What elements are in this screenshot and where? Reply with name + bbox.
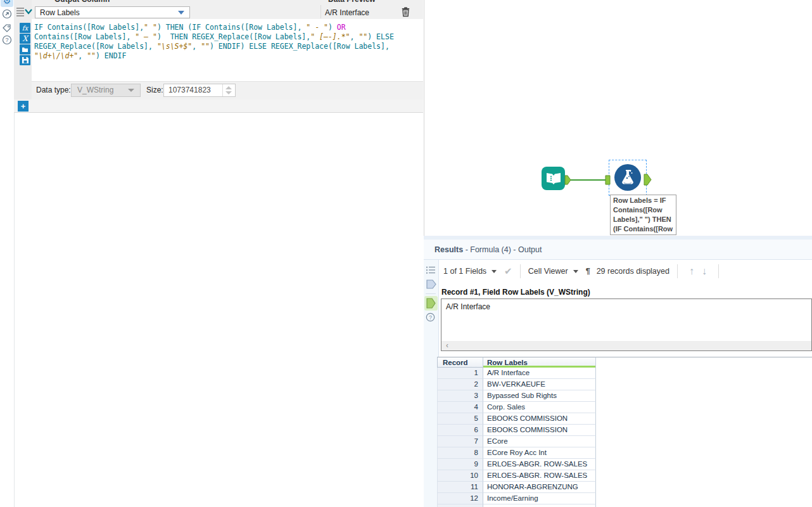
book-icon: [545, 171, 562, 186]
row-label-cell[interactable]: A/R Interface: [483, 368, 596, 379]
row-label-cell[interactable]: [483, 504, 596, 507]
size-input[interactable]: 1073741823: [163, 84, 236, 97]
add-expression-button[interactable]: +: [18, 101, 29, 112]
row-label-cell[interactable]: HONORAR-ABGRENZUNG: [483, 482, 596, 493]
tool-annotation[interactable]: Row Labels = IFContains([RowLabels]," ")…: [610, 195, 676, 235]
apply-check-icon[interactable]: ✔: [504, 266, 512, 277]
row-label-cell[interactable]: Income/Earning: [483, 493, 596, 504]
cell-viewer[interactable]: A/R Interface ‹: [441, 298, 812, 351]
size-label: Size:: [146, 86, 163, 94]
gear-icon[interactable]: ⚙: [1, 0, 13, 7]
functions-button[interactable]: fx: [20, 23, 30, 33]
selected-column-indicator: [483, 366, 595, 368]
data-type-value: V_WString: [77, 86, 113, 94]
drag-handle-icon[interactable]: [16, 8, 24, 15]
row-label-cell[interactable]: EBOOKS COMMISSION: [483, 413, 596, 425]
saved-expressions-button[interactable]: [20, 44, 30, 55]
toolbar-separator: [718, 264, 719, 278]
results-data-table[interactable]: Record Row Labels 1A/R Interface2BW-VERK…: [437, 357, 597, 507]
record-number-cell[interactable]: 12: [437, 493, 483, 504]
formula-code[interactable]: IF Contains([Row Labels]," ") THEN (IF C…: [34, 23, 421, 61]
dropdown-caret-icon: [128, 89, 134, 92]
formula-tool[interactable]: [614, 164, 641, 191]
record-number-cell[interactable]: 6: [437, 425, 483, 436]
record-number-cell[interactable]: 3: [437, 390, 483, 402]
row-label-cell[interactable]: Bypassed Sub Rights: [483, 390, 596, 402]
record-number-cell[interactable]: 1: [437, 368, 483, 379]
row-label-cell[interactable]: ECore Roy Acc Int: [483, 447, 596, 459]
tag-icon[interactable]: [2, 23, 12, 34]
row-label-cell[interactable]: ERLOES-ABGR. ROW-SALES: [483, 470, 596, 482]
record-number-cell[interactable]: [437, 504, 483, 507]
row-labels-column-header[interactable]: Row Labels: [483, 357, 596, 368]
input-anchor[interactable]: [605, 175, 611, 185]
data-type-dropdown[interactable]: V_WString: [71, 84, 141, 97]
table-row[interactable]: 5EBOOKS COMMISSION: [437, 413, 596, 425]
list-view-icon[interactable]: [426, 266, 436, 274]
add-expression-row: [14, 99, 423, 113]
row-label-cell[interactable]: ERLOES-ABGR. ROW-SALES: [483, 459, 596, 470]
cell-viewer-dropdown[interactable]: Cell Viewer: [528, 267, 568, 276]
connection-line[interactable]: [571, 179, 609, 181]
dropdown-caret-icon[interactable]: [492, 270, 497, 273]
whitespace-toggle-icon[interactable]: ¶: [586, 267, 590, 276]
cell-viewer-scrollbar[interactable]: ‹: [441, 341, 811, 350]
table-row[interactable]: 10ERLOES-ABGR. ROW-SALES: [437, 470, 596, 482]
row-label-cell[interactable]: ECore: [483, 436, 596, 447]
dropdown-caret-icon: [178, 11, 184, 15]
output-anchor[interactable]: [644, 174, 652, 186]
table-row[interactable]: 12Income/Earning: [437, 493, 596, 504]
svg-text:?: ?: [5, 37, 8, 43]
record-number-cell[interactable]: 11: [437, 482, 483, 493]
row-label-cell[interactable]: Corp. Sales: [483, 402, 596, 413]
table-row[interactable]: 2BW-VERKAEUFE: [437, 379, 596, 390]
output-anchor-selected[interactable]: [424, 296, 438, 311]
delete-expression-button[interactable]: [401, 6, 411, 17]
data-preview-value: A/R Interface: [325, 8, 369, 17]
spin-up-icon[interactable]: [225, 86, 232, 89]
records-displayed-label: 29 records displayed: [597, 267, 669, 276]
open-external-icon[interactable]: [2, 9, 12, 19]
table-body: 1A/R Interface2BW-VERKAEUFE3Bypassed Sub…: [437, 368, 597, 507]
scroll-down-icon[interactable]: ↓: [702, 266, 707, 277]
size-value: 1073741823: [168, 86, 211, 94]
table-row[interactable]: 1A/R Interface: [437, 368, 596, 379]
scroll-left-icon[interactable]: ‹: [446, 341, 448, 350]
record-column-header[interactable]: Record: [437, 357, 483, 368]
output-column-dropdown[interactable]: Row Labels: [35, 6, 190, 18]
table-row[interactable]: 6EBOOKS COMMISSION: [437, 425, 596, 436]
table-row[interactable]: 7ECore: [437, 436, 596, 447]
row-label-cell[interactable]: BW-VERKAEUFE: [483, 379, 596, 390]
toolbar-separator: [520, 264, 521, 278]
help-icon[interactable]: ?: [426, 312, 435, 322]
record-number-cell[interactable]: 7: [437, 436, 483, 447]
save-expression-button[interactable]: [20, 55, 30, 65]
table-row[interactable]: [437, 504, 596, 507]
record-number-cell[interactable]: 8: [437, 447, 483, 459]
table-row[interactable]: 8ECore Roy Acc Int: [437, 447, 596, 459]
results-panel-title: Results - Formula (4) - Output: [424, 240, 812, 260]
help-icon[interactable]: ?: [2, 35, 12, 45]
size-spinner[interactable]: [222, 84, 235, 96]
scroll-up-icon[interactable]: ↑: [689, 266, 694, 277]
icon-divider: [426, 293, 436, 294]
spin-down-icon[interactable]: [225, 91, 232, 94]
table-row[interactable]: 4Corp. Sales: [437, 402, 596, 413]
input-anchor-icon[interactable]: [426, 279, 436, 290]
fields-dropdown[interactable]: 1 of 1 Fields: [443, 267, 486, 276]
record-number-cell[interactable]: 2: [437, 379, 483, 390]
record-number-cell[interactable]: 9: [437, 459, 483, 470]
record-number-cell[interactable]: 4: [437, 402, 483, 413]
record-number-cell[interactable]: 10: [437, 470, 483, 482]
table-row[interactable]: 3Bypassed Sub Rights: [437, 390, 596, 402]
svg-text:?: ?: [429, 314, 432, 321]
record-number-cell[interactable]: 5: [437, 413, 483, 425]
variables-button[interactable]: X: [20, 34, 30, 44]
text-input-tool[interactable]: [542, 167, 565, 190]
table-row[interactable]: 9ERLOES-ABGR. ROW-SALES: [437, 459, 596, 470]
table-row[interactable]: 11HONORAR-ABGRENZUNG: [437, 482, 596, 493]
chevron-down-icon[interactable]: [24, 7, 33, 16]
column-divider: [320, 5, 321, 18]
dropdown-caret-icon[interactable]: [573, 270, 578, 273]
row-label-cell[interactable]: EBOOKS COMMISSION: [483, 425, 596, 436]
